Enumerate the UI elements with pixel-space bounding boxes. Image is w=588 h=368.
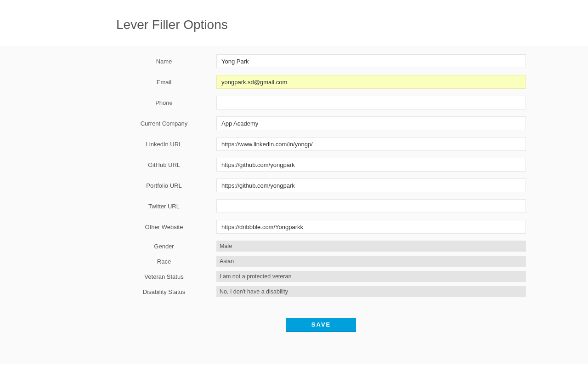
- race-selected-value: Asian: [220, 258, 234, 264]
- row-veteran: Veteran Status I am not a protected vete…: [116, 271, 526, 282]
- race-select[interactable]: Asian: [216, 256, 526, 267]
- label-race: Race: [116, 258, 216, 265]
- disability-select[interactable]: No, I don't have a disability: [216, 286, 526, 297]
- label-linkedin: LinkedIn URL: [116, 141, 216, 148]
- row-phone: Phone: [116, 96, 526, 109]
- label-current-company: Current Company: [116, 120, 216, 127]
- row-gender: Gender Male: [116, 241, 526, 252]
- label-gender: Gender: [116, 243, 216, 250]
- label-other-website: Other Website: [116, 224, 216, 230]
- phone-input[interactable]: [216, 96, 526, 109]
- label-name: Name: [116, 58, 216, 65]
- row-name: Name: [116, 54, 526, 68]
- label-portfolio: Portfolio URL: [116, 182, 216, 189]
- veteran-selected-value: I am not a protected veteran: [220, 273, 291, 280]
- label-email: Email: [116, 79, 216, 86]
- row-disability: Disability Status No, I don't have a dis…: [116, 286, 526, 297]
- label-github: GitHub URL: [116, 161, 216, 168]
- veteran-select[interactable]: I am not a protected veteran: [216, 271, 526, 282]
- twitter-input[interactable]: [216, 199, 526, 213]
- row-race: Race Asian: [116, 256, 526, 267]
- label-twitter: Twitter URL: [116, 203, 216, 210]
- disability-selected-value: No, I don't have a disability: [220, 288, 288, 295]
- name-input[interactable]: [216, 54, 526, 68]
- current-company-input[interactable]: [216, 116, 526, 130]
- row-linkedin: LinkedIn URL: [116, 137, 526, 151]
- email-input[interactable]: [216, 75, 526, 89]
- save-row: SAVE: [116, 318, 526, 332]
- row-current-company: Current Company: [116, 116, 526, 130]
- row-github: GitHub URL: [116, 158, 526, 172]
- row-other-website: Other Website: [116, 220, 526, 234]
- gender-select[interactable]: Male: [216, 241, 526, 252]
- gender-selected-value: Male: [220, 243, 232, 249]
- page-title: Lever Filler Options: [116, 17, 588, 32]
- label-phone: Phone: [116, 99, 216, 106]
- portfolio-input[interactable]: [216, 178, 526, 192]
- save-button[interactable]: SAVE: [286, 318, 356, 332]
- label-disability: Disability Status: [116, 288, 216, 295]
- other-website-input[interactable]: [216, 220, 526, 234]
- row-email: Email: [116, 75, 526, 89]
- label-veteran: Veteran Status: [116, 273, 216, 280]
- linkedin-input[interactable]: [216, 137, 526, 151]
- row-twitter: Twitter URL: [116, 199, 526, 213]
- row-portfolio: Portfolio URL: [116, 178, 526, 192]
- github-input[interactable]: [216, 158, 526, 172]
- page-header: Lever Filler Options: [0, 17, 588, 46]
- form-container: Name Email Phone Current Company LinkedI: [0, 46, 588, 364]
- form-area: Name Email Phone Current Company LinkedI: [116, 54, 526, 332]
